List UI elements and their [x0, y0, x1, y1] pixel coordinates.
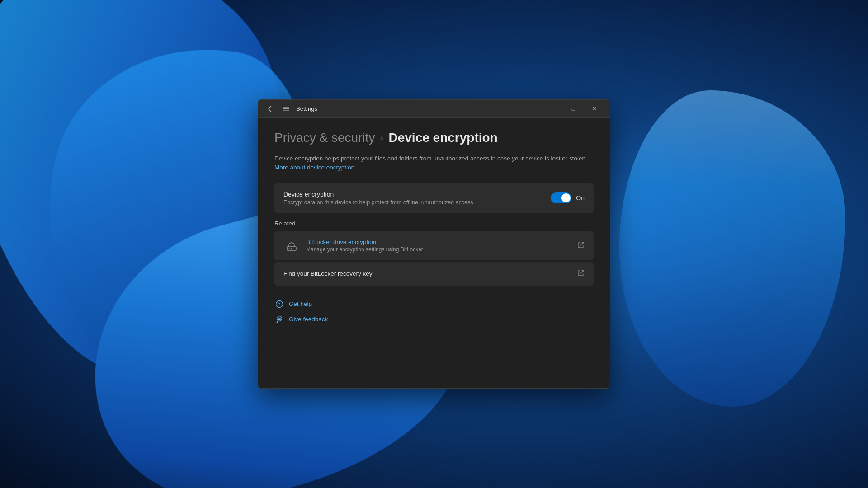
bitlocker-recovery-item[interactable]: Find your BitLocker recovery key: [274, 262, 594, 286]
svg-point-4: [291, 248, 292, 249]
svg-text:?: ?: [278, 301, 281, 307]
settings-window: Settings ─ □ ✕ Privacy & security › Devi…: [258, 99, 610, 389]
give-feedback-link[interactable]: Give feedback: [274, 312, 594, 327]
title-bar: Settings ─ □ ✕: [258, 100, 610, 118]
title-bar-left: Settings: [264, 103, 542, 115]
bitlocker-drive-external-icon: [577, 241, 585, 250]
bitlocker-recovery-external-icon: [577, 269, 585, 278]
get-help-icon: ?: [274, 299, 284, 309]
give-feedback-label: Give feedback: [289, 316, 328, 323]
toggle-state-label: On: [576, 194, 585, 202]
give-feedback-icon: [274, 314, 284, 324]
breadcrumb-current: Device encryption: [389, 131, 498, 145]
related-section: Related BitLocker drive encryption Manag…: [274, 220, 594, 286]
svg-rect-1: [283, 108, 289, 109]
maximize-button[interactable]: □: [563, 102, 584, 116]
content-area: Privacy & security › Device encryption D…: [258, 118, 610, 388]
bitlocker-drive-desc: Manage your encryption settings using Bi…: [306, 246, 577, 253]
footer-links: ? Get help Give feedback: [274, 296, 594, 327]
breadcrumb-parent[interactable]: Privacy & security: [274, 131, 375, 145]
more-info-link[interactable]: More about device encryption: [274, 164, 354, 171]
close-button[interactable]: ✕: [584, 102, 604, 116]
bitlocker-drive-title: BitLocker drive encryption: [306, 239, 577, 245]
minimize-button[interactable]: ─: [542, 102, 563, 116]
device-encryption-title: Device encryption: [283, 191, 551, 198]
bitlocker-drive-text: BitLocker drive encryption Manage your e…: [306, 239, 577, 253]
toggle-thumb: [561, 193, 571, 202]
window-title: Settings: [296, 105, 317, 112]
device-encryption-info: Device encryption Encrypt data on this d…: [283, 191, 551, 206]
window-controls: ─ □ ✕: [542, 102, 604, 116]
page-description: Device encryption helps protect your fil…: [274, 154, 594, 173]
toggle-track: [551, 192, 571, 203]
hamburger-button[interactable]: [280, 103, 292, 115]
get-help-label: Get help: [289, 300, 312, 307]
device-encryption-row: Device encryption Encrypt data on this d…: [274, 183, 594, 213]
breadcrumb: Privacy & security › Device encryption: [274, 131, 594, 145]
bitlocker-drive-item[interactable]: BitLocker drive encryption Manage your e…: [274, 231, 594, 260]
related-header: Related: [274, 220, 594, 227]
bitlocker-drive-icon: [283, 238, 300, 254]
back-button[interactable]: [264, 103, 276, 115]
svg-rect-5: [288, 248, 290, 249]
device-encryption-control: On: [551, 192, 585, 203]
device-encryption-toggle[interactable]: [551, 192, 571, 203]
bitlocker-recovery-title: Find your BitLocker recovery key: [283, 270, 577, 277]
svg-rect-2: [283, 110, 289, 111]
device-encryption-desc: Encrypt data on this device to help prot…: [283, 199, 551, 206]
breadcrumb-arrow: ›: [381, 133, 383, 143]
get-help-link[interactable]: ? Get help: [274, 296, 594, 312]
svg-rect-0: [283, 107, 289, 108]
